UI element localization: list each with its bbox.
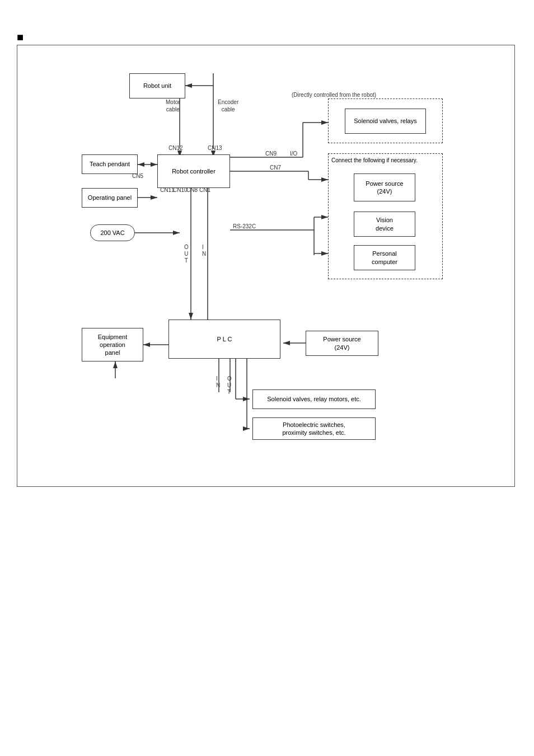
out-plc-label: O U T — [227, 375, 232, 396]
power-source-plc-box: Power source (24V) — [306, 331, 378, 356]
solenoid-motors-box: Solenoid valves, relay motors, etc. — [252, 389, 376, 409]
svg-marker-13 — [151, 195, 157, 200]
cn5-label: CN5 — [132, 173, 143, 179]
equipment-panel-box: Equipment operation panel — [82, 328, 143, 361]
svg-marker-19 — [321, 177, 328, 182]
in-controller-label: I N — [202, 244, 206, 257]
svg-marker-10 — [151, 162, 157, 167]
diagram: Robot unit Robot controller Teach pendan… — [17, 45, 514, 486]
out-controller-label: O U T — [184, 244, 189, 264]
diagram-container: Robot unit Robot controller Teach pendan… — [17, 45, 515, 487]
robot-unit-box: Robot unit — [129, 73, 185, 98]
svg-marker-28 — [321, 251, 328, 256]
solenoid-valves-box: Solenoid valves, relays — [345, 109, 426, 134]
cn7-label: CN7 — [270, 165, 281, 171]
svg-marker-38 — [243, 397, 250, 401]
svg-marker-35 — [143, 342, 150, 347]
page: ■ — [0, 0, 534, 756]
cn11-label: CN11 — [160, 187, 175, 193]
power-source-24v-box: Power source (24V) — [354, 173, 415, 201]
connect-necessary-box: Connect the following if necessary. Powe… — [328, 153, 443, 279]
cn10-label: CN10 — [173, 187, 188, 193]
svg-marker-30 — [189, 313, 193, 320]
in-plc-label: I N — [216, 375, 220, 389]
io-label: I/O — [290, 151, 297, 157]
cn8-label: CN8 — [186, 187, 198, 193]
svg-marker-33 — [173, 231, 180, 235]
vision-device-box: Vision device — [354, 212, 415, 237]
cn1-label: CN1 — [199, 187, 210, 193]
bullet-symbol: ■ — [17, 31, 24, 44]
svg-marker-54 — [113, 361, 118, 368]
svg-marker-16 — [321, 120, 328, 125]
motor-cable-label: Motor cable — [166, 98, 180, 113]
cn13-label: CN13 — [208, 145, 222, 151]
direct-control-box: Solenoid valves, relays — [328, 98, 443, 143]
svg-marker-41 — [243, 426, 250, 431]
encoder-cable-label: Encoder cable — [218, 98, 238, 113]
svg-marker-11 — [138, 162, 144, 167]
teach-pendant-box: Teach pendant — [82, 154, 138, 174]
svg-marker-24 — [321, 215, 328, 219]
photoelectric-box: Photoelectric switches, proximity switch… — [252, 417, 376, 440]
directly-controlled-label: (Directly controlled from the robot) — [292, 92, 376, 98]
rs232c-label: RS-232C — [233, 223, 256, 229]
plc-box: P L C — [168, 320, 280, 359]
cn9-label: CN9 — [265, 151, 277, 157]
svg-marker-6 — [185, 83, 192, 88]
vac-200-box: 200 VAC — [90, 224, 135, 241]
svg-marker-43 — [283, 341, 290, 345]
personal-computer-box: Personal computer — [354, 245, 415, 270]
robot-controller-box: Robot controller — [157, 154, 230, 188]
cn12-label: CN12 — [168, 145, 183, 151]
operating-panel-box: Operating panel — [82, 188, 138, 208]
